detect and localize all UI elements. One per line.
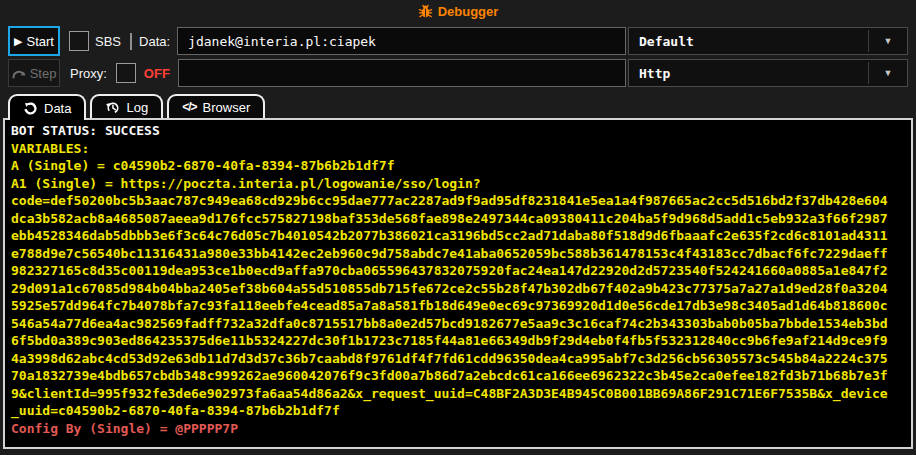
console-line: Config By (Single) = @PPPPP7P [11,420,905,438]
data-input-value: jdanek@interia.pl:ciapek [188,34,376,49]
console-line: VARIABLES: [11,140,905,158]
console-output[interactable]: BOT STATUS: SUCCESSVARIABLES:A (Single) … [3,118,913,449]
proxy-type-dropdown-value: Http [629,66,868,81]
toolbar-separator [130,33,132,50]
chevron-down-icon: ▼ [869,68,907,78]
bug-icon [418,4,433,19]
console-line: 9&clientId=995f932fe3de6e902973fa6aa54d8… [11,385,905,403]
tab-label: Log [126,100,148,115]
profile-dropdown[interactable]: Default ▼ [628,27,908,55]
console-line: ebb4528346dab5dbbb3e6f3c64c76d05c7b40105… [11,227,905,245]
code-icon: </> [182,100,196,114]
start-button-label: Start [27,34,54,49]
tab-browser[interactable]: </> Browser [167,94,265,118]
data-input[interactable]: jdanek@interia.pl:ciapek [177,27,626,55]
console-line: A (Single) = c04590b2-6870-40fa-8394-87b… [11,157,905,175]
toolbar-row-1: ▶ Start SBS Data: jdanek@interia.pl:ciap… [8,26,908,56]
toolbar-row-2: Step Proxy: OFF Http ▼ [8,58,908,88]
console-line: 6f5bd0a389c903ed864235375d6e11b5324227dc… [11,332,905,350]
window-title: Debugger [438,4,499,19]
console-line: _uuid=c04590b2-6870-40fa-8394-87b6b2b1df… [11,402,905,420]
proxy-type-dropdown[interactable]: Http ▼ [628,59,908,87]
tab-log[interactable]: Log [90,94,163,118]
tab-label: Browser [203,100,251,115]
console-line: dca3b582acb8a4685087aeea9d176fcc57582719… [11,210,905,228]
proxy-checkbox[interactable] [116,63,136,83]
sbs-checkbox[interactable] [69,31,89,51]
console-line: 4a3998d62abc4cd53d92e63db11d7d3d37c36b7c… [11,350,905,368]
console-line: 70a1832739e4bdb657cbdb348c999262ae960042… [11,367,905,385]
tab-label: Data [44,101,71,116]
history-icon [105,100,120,115]
proxy-input[interactable] [178,59,626,87]
step-button[interactable]: Step [8,59,60,87]
console-line: code=def50200bc5b3aac787c949ea68cd929b6c… [11,192,905,210]
titlebar: Debugger [0,0,916,22]
tab-bar: Data Log </> Browser [0,88,916,118]
console-line: BOT STATUS: SUCCESS [11,122,905,140]
sbs-label: SBS [95,34,121,49]
play-icon: ▶ [14,35,22,48]
console-line: 546a54a77d6ea4ac982569fadff732a32dfa0c87… [11,315,905,333]
refresh-icon [23,101,38,116]
step-arrow-icon [12,68,26,79]
proxy-label: Proxy: [70,66,107,81]
profile-dropdown-value: Default [629,34,868,49]
toolbar: ▶ Start SBS Data: jdanek@interia.pl:ciap… [0,22,916,88]
tab-data[interactable]: Data [8,94,86,120]
data-label: Data: [139,34,170,49]
console-line: e788d9e7c56540bc11316431a980e33bb4142ec2… [11,245,905,263]
proxy-status-badge: OFF [144,66,170,81]
console-line: 29d091a1c67085d984b04bba2405ef38b604a55d… [11,280,905,298]
console-line: A1 (Single) = https://poczta.interia.pl/… [11,175,905,193]
start-button[interactable]: ▶ Start [8,26,60,56]
step-button-label: Step [30,66,57,81]
chevron-down-icon: ▼ [869,36,907,46]
console-line: 982327165c8d35c00119dea953ce1b0ecd9affa9… [11,262,905,280]
console-line: 5925e57dd964fc7b4078bfa7c93fa118eebfe4ce… [11,297,905,315]
